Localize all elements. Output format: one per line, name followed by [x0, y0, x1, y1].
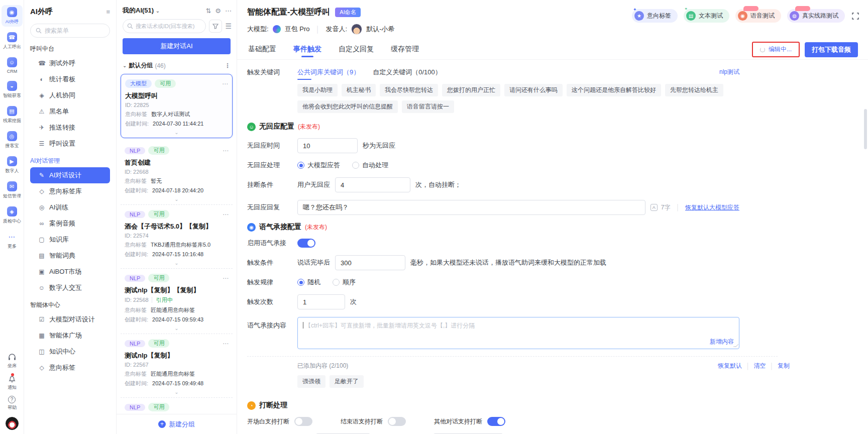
copy-link[interactable]: 复制 [778, 362, 790, 370]
clear-link[interactable]: 清空 [754, 362, 766, 370]
list-search-input[interactable] [136, 23, 201, 29]
card-expand-icon[interactable]: ⌄ [125, 130, 228, 136]
sidebar-item-blacklist[interactable]: ⚠黑名单 [30, 103, 110, 120]
resize-handle[interactable] [733, 344, 738, 347]
tab-custom-reply[interactable]: 自定义回复 [338, 40, 375, 59]
fullscreen-icon[interactable] [852, 13, 859, 20]
keyword-chip[interactable]: 机主秘书 [342, 84, 376, 96]
layout-list-icon[interactable]: ☰ [225, 22, 232, 30]
sort-icon[interactable]: ⇅ [205, 7, 211, 15]
radio-llm-answer[interactable]: 大模型应答 [297, 161, 340, 170]
tone-trigger-ms-input[interactable] [335, 255, 405, 270]
rail-item-more[interactable]: ⋯ 更多 [2, 230, 23, 251]
keyword-chip[interactable]: 我是小助理 [297, 84, 338, 96]
list-item[interactable]: NLP 可用 ⋯ 测试nlp【复制】 ID: 22567 意向标签匠能通用意向标… [121, 334, 233, 398]
ai-naming-badge[interactable]: AI命名 [335, 8, 360, 17]
gear-icon[interactable]: ⚙ [215, 7, 221, 15]
sidebar-item-llm-dialog-design[interactable]: ☑大模型对话设计 [30, 311, 110, 328]
rail-item-help[interactable]: ? 帮助 [7, 396, 17, 411]
card-expand-icon[interactable]: ⌄ [125, 260, 229, 266]
card-expand-icon[interactable]: ⌄ [125, 325, 229, 332]
tone-content-textarea[interactable]: 【ctrl+回车】可直接新增，批量新增请用英文逗号【,】进行分隔 新增内容 [297, 317, 739, 349]
tone-word-chip[interactable]: 足敝开了 [330, 375, 364, 388]
keyword-chip[interactable]: 这个问题还是他亲自解答比较好 [567, 84, 661, 96]
sidebar-item-intent-tag[interactable]: ◇意向标签 [30, 360, 110, 376]
sidebar-item-stats-board[interactable]: ◐统计看板 [30, 71, 110, 87]
group-more-icon[interactable]: ⋮ [225, 62, 231, 69]
tab-event-trigger[interactable]: 事件触发 [292, 40, 322, 59]
keyword-chip[interactable]: 我会尽快帮您转达 [380, 84, 438, 96]
rail-item-digital-human[interactable]: ▶ 数字人 [2, 154, 23, 176]
tone-trigger-count-input[interactable] [297, 294, 345, 309]
opening-interrupt-toggle[interactable] [294, 417, 312, 426]
card-more-icon[interactable]: ⋯ [223, 340, 229, 347]
model-name[interactable]: 豆包 Pro [285, 25, 310, 34]
user-avatar[interactable] [6, 417, 19, 430]
card-more-icon[interactable]: ⋯ [223, 147, 229, 154]
radio-random[interactable]: 随机 [297, 278, 320, 287]
sidebar-item-intent-tag-lib[interactable]: ◇意向标签库 [30, 183, 110, 199]
sidebar-item-aibot-market[interactable]: ▣AiBOT市场 [30, 264, 110, 280]
filter-icon[interactable] [209, 20, 222, 33]
list-item[interactable]: NLP 可用 [121, 398, 233, 413]
chevron-down-icon[interactable]: ⌄ [123, 63, 127, 68]
sidebar-item-ai-dialog-design[interactable]: ✎AI对话设计 [30, 167, 110, 183]
public-keywords-tab[interactable]: 公共词库关键词（9） [297, 68, 360, 80]
rail-item-crm[interactable]: ☺ CRM [2, 55, 23, 75]
rail-item-sms[interactable]: ✉ 短信管理 [2, 179, 23, 201]
no-response-count-input[interactable] [335, 177, 410, 192]
keyword-chip[interactable]: 先帮您转达给机主 [665, 84, 723, 96]
rail-item-search-customer[interactable]: ◎ 搜客宝 [2, 129, 23, 151]
rail-item-qc-center[interactable]: ◈ 质检中心 [2, 204, 23, 226]
tone-word-chip[interactable]: 强强领 [297, 375, 325, 388]
voice-test-button[interactable]: ◉ 语音测试 [735, 9, 781, 23]
nlp-test-link[interactable]: nlp测试 [719, 68, 739, 76]
sidebar-item-case-audio[interactable]: ∞案例音频 [30, 215, 110, 232]
add-content-link[interactable]: 新增内容 [710, 338, 734, 346]
collapse-sidebar-icon[interactable]: ≡ [106, 8, 110, 16]
real-line-test-button[interactable]: ◍ 真实线路测试 [787, 9, 845, 23]
restore-default-reply-link[interactable]: 恢复默认大模型应答 [685, 203, 739, 212]
new-dialog-ai-button[interactable]: 新建对话AI [123, 38, 231, 54]
no-response-reply-input[interactable] [297, 200, 645, 215]
radio-sequential[interactable]: 顺序 [333, 278, 356, 287]
sidebar-item-call-settings[interactable]: ☰呼叫设置 [30, 136, 110, 152]
sidebar-item-digital-human-interact[interactable]: ☺数字人交互 [30, 280, 110, 296]
sidebar-item-push-transfer[interactable]: ✈推送转接 [30, 120, 110, 136]
sidebar-search[interactable] [30, 24, 110, 38]
rail-item-smart-leads[interactable]: ◒ 智能获客 [2, 79, 23, 100]
panel-more-icon[interactable]: ⋯ [225, 7, 232, 15]
list-item[interactable]: NLP 可用 ⋯ 测试nlp【复制】【复制】 ID: 22568引用中 意向标签… [121, 269, 233, 334]
sidebar-item-human-machine[interactable]: ◈人机协同 [30, 87, 110, 103]
rail-item-seat[interactable]: 坐席 [7, 353, 17, 369]
card-more-icon[interactable]: ⋯ [223, 275, 229, 282]
list-search[interactable] [123, 19, 206, 33]
rail-item-manual-call[interactable]: ☎ 人工呼出 [2, 30, 23, 52]
scrollbar[interactable] [864, 109, 867, 149]
new-group-button[interactable]: + 新建分组 [117, 414, 237, 434]
card-expand-icon[interactable]: ⌄ [125, 196, 229, 202]
voice-name[interactable]: 默认-小希 [366, 25, 394, 34]
card-more-icon[interactable]: ⋯ [223, 211, 229, 218]
intent-tag-button[interactable]: ✦ ★ 意向标签 [632, 9, 678, 23]
editing-status-annotation[interactable]: 编辑中... [752, 42, 800, 57]
rail-item-ai-call[interactable]: ◉ AI外呼 [2, 5, 23, 27]
sidebar-item-test-call[interactable]: ☎测试外呼 [30, 55, 110, 71]
list-item[interactable]: NLP 可用 ⋯ 酒会【子母话术5.0】【复制】 ID: 22574 意向标签T… [121, 205, 233, 269]
download-audio-button[interactable]: 打包下载音频 [805, 42, 858, 57]
closing-interrupt-toggle[interactable] [388, 417, 406, 426]
tab-basic-config[interactable]: 基础配置 [247, 40, 277, 59]
other-dialog-interrupt-toggle[interactable] [487, 417, 505, 426]
keyword-chip[interactable]: 语音留言请按一 [402, 100, 454, 113]
custom-keywords-tab[interactable]: 自定义关键词（0/100） [373, 68, 442, 80]
keyword-chip[interactable]: 他将会收到您此次呼叫的信息提醒 [297, 100, 398, 113]
radio-auto-handle[interactable]: 自动处理 [352, 161, 388, 170]
rail-item-lead-mining[interactable]: ▤ 线索挖掘 [2, 104, 23, 126]
keyword-chip[interactable]: 请问还有什么事吗 [504, 84, 563, 96]
keyword-chip[interactable]: 您拨打的用户正忙 [442, 84, 500, 96]
my-ai-dropdown[interactable]: 我的AI(51) ⌄ [123, 6, 160, 15]
tab-cache-management[interactable]: 缓存管理 [390, 40, 420, 59]
sidebar-item-agent-plaza[interactable]: ▦智能体广场 [30, 328, 110, 344]
enable-tone-toggle[interactable] [297, 239, 315, 248]
card-expand-icon[interactable]: ⌄ [125, 389, 229, 395]
